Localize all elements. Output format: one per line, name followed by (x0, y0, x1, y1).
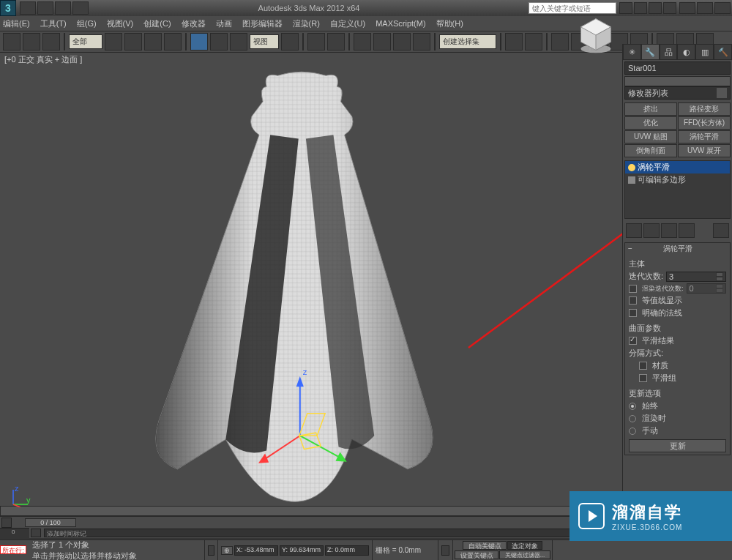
select-manip-icon[interactable] (307, 33, 325, 51)
make-unique-icon[interactable] (661, 223, 677, 238)
tab-motion-icon[interactable]: ◐ (677, 44, 695, 60)
time-handle[interactable]: 0 / 100 (25, 518, 76, 527)
mod-optimize[interactable]: 优化 (624, 116, 677, 130)
maximize-button[interactable] (697, 2, 713, 14)
time-slider[interactable]: 0 / 100 (0, 516, 622, 528)
rotate-gizmo-icon[interactable] (210, 33, 228, 51)
snap-angle-icon[interactable] (373, 33, 391, 51)
iterations-spinner[interactable]: 3 (666, 272, 726, 282)
setkey-button[interactable]: 设置关键点 (455, 550, 498, 559)
tab-utilities-icon[interactable]: 🔨 (714, 44, 732, 60)
menu-customize[interactable]: 自定义(U) (330, 18, 365, 29)
named-selection-set[interactable]: 创建选择集 (439, 34, 496, 49)
select-rect-icon[interactable] (144, 33, 162, 51)
mod-pathdeform[interactable]: 路径变形 (678, 102, 731, 116)
select-name-icon[interactable] (124, 33, 142, 51)
stack-item-turbosmooth[interactable]: 涡轮平滑 (625, 161, 730, 173)
menu-edit[interactable]: 编辑(E) (3, 18, 30, 29)
timeslider-lock-icon[interactable] (1, 518, 12, 528)
selection-filter[interactable]: 全部 (69, 34, 102, 49)
check-render-iter[interactable] (629, 285, 637, 293)
check-by-material[interactable] (639, 362, 647, 370)
scale-gizmo-icon[interactable] (230, 33, 247, 51)
mirror-icon[interactable] (505, 33, 523, 51)
viewcube-icon[interactable] (575, 15, 616, 56)
check-by-smooth[interactable] (639, 374, 647, 382)
help-search-input[interactable] (529, 2, 616, 14)
keyboard-shortcut-icon[interactable] (327, 33, 345, 51)
coord-x-field[interactable]: X: -53.48mm (234, 545, 278, 556)
infocenter-button[interactable] (619, 2, 632, 14)
mod-extrude[interactable]: 挤出 (624, 102, 677, 116)
lock-icon[interactable] (208, 545, 214, 556)
menu-create[interactable]: 创建(C) (143, 18, 171, 29)
tab-create-icon[interactable]: ✳ (623, 44, 641, 60)
mod-turbosmooth[interactable]: 涡轮平滑 (678, 130, 731, 143)
show-endresult-icon[interactable] (643, 223, 660, 238)
selkey-field[interactable]: 选定对象 (507, 541, 542, 550)
update-button[interactable]: 更新 (629, 439, 726, 452)
autokey-button[interactable]: 自动关键点 (463, 541, 507, 550)
help-button[interactable] (663, 2, 676, 14)
mod-ffd[interactable]: FFD(长方体) (678, 116, 731, 130)
menu-grapheditors[interactable]: 图形编辑器 (242, 18, 283, 29)
select-window-icon[interactable] (164, 33, 182, 51)
timetag-icon[interactable] (31, 529, 41, 537)
check-smooth-result[interactable] (629, 337, 637, 345)
render-iter-spinner[interactable]: 0 (687, 283, 726, 294)
snap-2d-icon[interactable] (354, 33, 371, 51)
qat-btn[interactable] (20, 1, 36, 15)
bind-spacewarp-icon[interactable] (42, 33, 60, 51)
select-object-icon[interactable] (105, 33, 122, 51)
menu-group[interactable]: 组(G) (77, 18, 97, 29)
ref-coord-system[interactable]: 视图 (250, 34, 279, 49)
radio-render[interactable] (629, 415, 636, 422)
object-color-swatch[interactable] (624, 76, 731, 86)
unlink-icon[interactable] (23, 33, 40, 51)
layers-icon[interactable] (551, 33, 569, 51)
undo-button[interactable] (37, 1, 53, 15)
object-name-field[interactable]: Star001 (624, 61, 731, 75)
minimize-button[interactable] (679, 2, 695, 14)
viewport-hscroll[interactable] (0, 506, 611, 516)
close-button[interactable] (714, 2, 731, 14)
remove-mod-icon[interactable] (679, 223, 695, 238)
redo-button[interactable] (55, 1, 71, 15)
signin-button[interactable] (634, 2, 647, 14)
radio-manual[interactable] (629, 428, 636, 435)
spinner-snap-icon[interactable] (413, 33, 430, 51)
coord-y-field[interactable]: Y: 99.634mm (280, 545, 324, 556)
coord-mode-icon[interactable]: ⊕ (221, 546, 233, 555)
viewport-label[interactable]: [+0 正交 真实 + 边面 ] (4, 54, 82, 65)
menu-animation[interactable]: 动画 (216, 18, 232, 29)
stack-item-editpoly[interactable]: 可编辑多边形 (625, 173, 730, 186)
favorites-button[interactable] (649, 2, 662, 14)
check-normals[interactable] (629, 309, 637, 317)
modifier-stack[interactable]: 涡轮平滑 可编辑多边形 (624, 160, 731, 219)
modifier-list-dropdown[interactable]: 修改器列表 (624, 86, 731, 100)
snap-percent-icon[interactable] (393, 33, 411, 51)
tab-display-icon[interactable]: ▥ (695, 44, 714, 60)
rollout-header[interactable]: 涡轮平滑 (625, 243, 730, 255)
menu-modifiers[interactable]: 修改器 (182, 18, 206, 29)
coord-z-field[interactable]: Z: 0.0mm (325, 545, 369, 556)
pin-stack-icon[interactable] (626, 223, 642, 238)
mod-bevelprofile[interactable]: 倒角剖面 (624, 144, 677, 157)
tab-hierarchy-icon[interactable]: 品 (660, 44, 678, 60)
link-icon[interactable] (3, 33, 20, 51)
app-logo-icon[interactable]: 3 (0, 0, 16, 16)
tab-modify-icon[interactable]: 🔧 (641, 44, 660, 60)
timetag-field[interactable]: 添加时间标记 (44, 529, 622, 537)
mod-uvwunwrap[interactable]: UVW 展开 (678, 144, 731, 157)
keyfilter-button[interactable]: 关键点过滤器... (499, 550, 550, 559)
configure-stack-icon[interactable] (713, 223, 729, 238)
menu-maxscript[interactable]: MAXScript(M) (376, 19, 425, 28)
move-gizmo-icon[interactable] (190, 33, 208, 51)
viewport[interactable]: [+0 正交 真实 + 边面 ] z (0, 53, 622, 516)
pivot-icon[interactable] (281, 33, 299, 51)
align-icon[interactable] (525, 33, 542, 51)
menu-help[interactable]: 帮助(H) (436, 18, 463, 29)
comm-center-icon[interactable] (441, 545, 449, 556)
bulb-icon[interactable] (628, 164, 635, 171)
box-icon[interactable] (628, 176, 635, 184)
